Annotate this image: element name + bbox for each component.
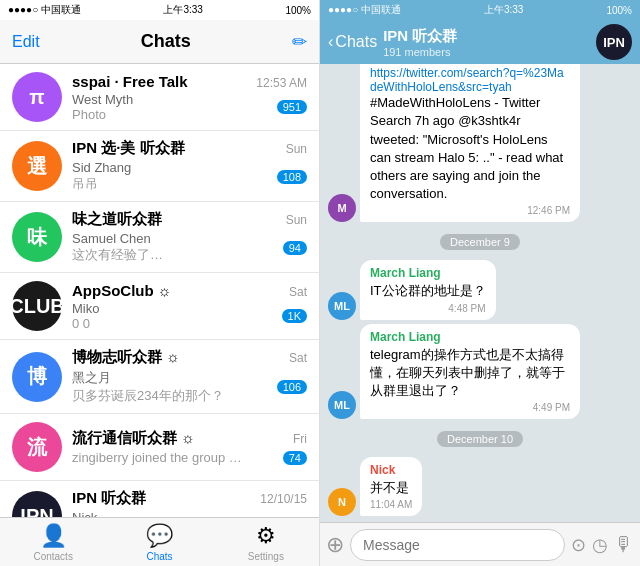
chat-sender: 黑之月: [72, 369, 224, 387]
carrier-left: ●●●●○ 中国联通: [8, 3, 81, 17]
chat-list: π sspai · Free Talk 12:53 AM West Myth P…: [0, 64, 319, 517]
tab-bar: 👤 Contacts 💬 Chats ⚙ Settings: [0, 517, 319, 566]
chat-sender: Miko: [72, 301, 99, 316]
message-row: N Nick并不是11:04 AM: [328, 457, 632, 516]
date-divider: December 10: [328, 429, 632, 447]
chat-sender: West Myth: [72, 92, 133, 107]
time-right: 上午3:33: [484, 3, 523, 17]
chat-info: 博物志听众群 ☼ Sat 黑之月 贝多芬诞辰234年的那个？ 106: [72, 348, 307, 405]
chat-name: sspai · Free Talk: [72, 73, 188, 90]
date-divider: December 9: [328, 232, 632, 250]
time-left: 上午3:33: [163, 3, 202, 17]
compose-button[interactable]: ✏: [292, 31, 307, 53]
chat-name: 味之道听众群: [72, 210, 162, 229]
chat-avatar: π: [12, 72, 62, 122]
battery-left: 100%: [285, 5, 311, 16]
chat-time: Sun: [286, 142, 307, 156]
chat-info: 味之道听众群 Sun Samuel Chen 这次有经验了… 94: [72, 210, 307, 264]
chat-time: 12/10/15: [260, 492, 307, 506]
chat-info: AppSoClub ☼ Sat Miko 0 0 1K: [72, 282, 307, 331]
chat-badge: 74: [283, 451, 307, 465]
left-panel: ●●●●○ 中国联通 上午3:33 100% Edit Chats ✏ π ss…: [0, 0, 320, 566]
chat-sender: Sid Zhang: [72, 160, 131, 175]
back-label: Chats: [335, 33, 377, 51]
chat-list-item[interactable]: 味 味之道听众群 Sun Samuel Chen 这次有经验了… 94: [0, 202, 319, 273]
chat-nav-avatar[interactable]: IPN: [596, 24, 632, 60]
chat-info: IPN 听众群 12/10/15 Nick 并不是: [72, 489, 307, 517]
sender-name: Nick: [370, 463, 412, 477]
message-input[interactable]: [350, 529, 565, 561]
chat-info: sspai · Free Talk 12:53 AM West Myth Pho…: [72, 73, 307, 122]
chat-time: Sat: [289, 285, 307, 299]
chat-badge: 1K: [282, 309, 307, 323]
message-text: IT公论群的地址是？: [370, 282, 486, 300]
message-link[interactable]: https://twitter.com/search?q=%23MadeWith…: [370, 66, 570, 94]
sender-name: March Liang: [370, 266, 486, 280]
emoji-button[interactable]: ⊙: [571, 534, 586, 556]
chat-avatar: 流: [12, 422, 62, 472]
message-time: 12:46 PM: [370, 205, 570, 216]
attach-button[interactable]: ⊕: [326, 532, 344, 558]
carrier-right: ●●●●○ 中国联通: [328, 3, 401, 17]
chat-time: Sat: [289, 351, 307, 365]
tab-contacts[interactable]: 👤 Contacts: [0, 523, 106, 562]
chat-name: IPN 听众群: [72, 489, 146, 508]
sender-name: March Liang: [370, 330, 570, 344]
chat-nav-members: 191 members: [383, 46, 590, 58]
chat-badge: 106: [277, 380, 307, 394]
chat-nav-title: IPN 听众群: [383, 27, 590, 46]
message-text: telegram的操作方式也是不太搞得懂，在聊天列表中删掉了，就等于从群里退出了…: [370, 346, 570, 401]
chat-preview: Photo: [72, 107, 133, 122]
input-bar: ⊕ ⊙ ◷ 🎙: [320, 522, 640, 566]
sticker-button[interactable]: ◷: [592, 534, 608, 556]
message-time: 11:04 AM: [370, 499, 412, 510]
right-panel: ●●●●○ 中国联通 上午3:33 100% ‹ Chats IPN 听众群 1…: [320, 0, 640, 566]
tab-settings[interactable]: ⚙ Settings: [213, 523, 319, 562]
message-avatar: N: [328, 488, 356, 516]
chat-avatar: 選: [12, 141, 62, 191]
chat-avatar: 味: [12, 212, 62, 262]
message-row: ML March Liangtelegram的操作方式也是不太搞得懂，在聊天列表…: [328, 324, 632, 420]
battery-right: 100%: [606, 5, 632, 16]
message-text: 并不是: [370, 479, 412, 497]
edit-button[interactable]: Edit: [12, 33, 40, 51]
chat-list-item[interactable]: 博 博物志听众群 ☼ Sat 黑之月 贝多芬诞辰234年的那个？ 106: [0, 340, 319, 414]
chat-preview: 吊吊: [72, 175, 131, 193]
chat-nav-bar: ‹ Chats IPN 听众群 191 members IPN: [320, 20, 640, 64]
chat-list-item[interactable]: CLUB AppSoClub ☼ Sat Miko 0 0 1K: [0, 273, 319, 340]
chat-badge: 951: [277, 100, 307, 114]
chat-nav-info: IPN 听众群 191 members: [383, 27, 590, 58]
tab-icon-contacts: 👤: [40, 523, 67, 549]
chat-list-item[interactable]: π sspai · Free Talk 12:53 AM West Myth P…: [0, 64, 319, 131]
tab-label-contacts: Contacts: [33, 551, 72, 562]
chat-badge: 94: [283, 241, 307, 255]
date-label: December 9: [440, 234, 520, 250]
message-text: #MadeWithHoloLens - Twitter Search 7h ag…: [370, 94, 570, 203]
chat-avatar: IPN: [12, 491, 62, 517]
chat-name: 流行通信听众群 ☼: [72, 429, 195, 448]
chat-list-item[interactable]: 流 流行通信听众群 ☼ Fri zingiberry joined the gr…: [0, 414, 319, 481]
chat-list-item[interactable]: 選 IPN 选·美 听众群 Sun Sid Zhang 吊吊 108: [0, 131, 319, 202]
nav-bar-left: Edit Chats ✏: [0, 20, 319, 64]
chat-info: 流行通信听众群 ☼ Fri zingiberry joined the grou…: [72, 429, 307, 465]
tab-chats[interactable]: 💬 Chats: [106, 523, 212, 562]
chat-time: 12:53 AM: [256, 76, 307, 90]
chat-sender: Nick: [72, 510, 111, 517]
chevron-left-icon: ‹: [328, 33, 333, 51]
mic-button[interactable]: 🎙: [614, 533, 634, 556]
chat-badge: 108: [277, 170, 307, 184]
back-button[interactable]: ‹ Chats: [328, 33, 377, 51]
chat-info: IPN 选·美 听众群 Sun Sid Zhang 吊吊 108: [72, 139, 307, 193]
chat-name: IPN 选·美 听众群: [72, 139, 185, 158]
message-avatar: ML: [328, 292, 356, 320]
chat-avatar: 博: [12, 352, 62, 402]
tab-icon-chats: 💬: [146, 523, 173, 549]
chat-avatar: CLUB: [12, 281, 62, 331]
tab-icon-settings: ⚙: [256, 523, 276, 549]
chat-list-item[interactable]: IPN IPN 听众群 12/10/15 Nick 并不是: [0, 481, 319, 517]
message-avatar: M: [328, 194, 356, 222]
message-bubble: March Liangtelegram的操作方式也是不太搞得懂，在聊天列表中删掉…: [360, 324, 580, 420]
status-bar-left: ●●●●○ 中国联通 上午3:33 100%: [0, 0, 319, 20]
chat-sender: Samuel Chen: [72, 231, 163, 246]
message-bubble: 900901https://twitter.com/search?q=%23Ma…: [360, 64, 580, 222]
